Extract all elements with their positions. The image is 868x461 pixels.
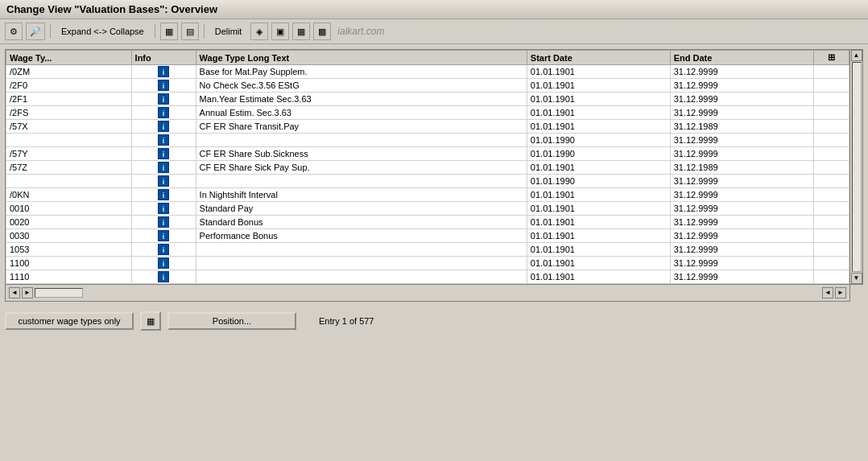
info-icon[interactable]: i xyxy=(158,121,169,132)
cell-long-text: Man.Year Estimate Sec.3.63 xyxy=(196,93,527,106)
table-row[interactable]: 0010iStandard Pay01.01.190131.12.9999 xyxy=(6,202,849,216)
cell-end-date: 31.12.9999 xyxy=(670,188,813,202)
col-info: Info xyxy=(131,51,196,65)
cell-wage-type: /57Y xyxy=(6,147,132,161)
entry-info: Entry 1 of 577 xyxy=(319,316,374,326)
table-row[interactable]: /57XiCF ER Share Transit.Pay01.01.190131… xyxy=(6,120,849,134)
table-row[interactable]: /57YiCF ER Share Sub.Sickness01.01.19903… xyxy=(6,147,849,161)
cell-long-text: In Nightshift Interval xyxy=(196,188,527,202)
info-icon[interactable]: i xyxy=(158,271,169,282)
info-icon[interactable]: i xyxy=(158,189,169,200)
table-row[interactable]: 0030iPerformance Bonus01.01.190131.12.99… xyxy=(6,229,849,243)
cell-grid xyxy=(813,229,849,243)
scroll-down-button[interactable]: ▼ xyxy=(851,273,862,284)
cell-grid xyxy=(813,257,849,270)
scroll-left-button[interactable]: ◄ xyxy=(9,287,20,298)
settings-button[interactable]: ⚙ xyxy=(5,23,23,40)
col-start-date: Start Date xyxy=(527,51,670,65)
info-icon[interactable]: i xyxy=(158,203,169,214)
col-grid[interactable]: ⊞ xyxy=(813,51,849,65)
table-icon-1: ▦ xyxy=(165,27,173,37)
cell-start-date: 01.01.1990 xyxy=(527,147,670,161)
main-content: Wage Ty... Info Wage Type Long Text Star… xyxy=(0,44,868,307)
info-icon[interactable]: i xyxy=(158,148,169,159)
scroll-track-horizontal[interactable] xyxy=(35,288,83,298)
info-icon[interactable]: i xyxy=(158,134,169,146)
cell-end-date: 31.12.9999 xyxy=(670,229,813,243)
scroll-track-vertical[interactable] xyxy=(852,62,862,272)
table-row[interactable]: 1053i01.01.190131.12.9999 xyxy=(6,243,849,257)
cell-grid xyxy=(813,270,849,284)
table-button-1[interactable]: ▦ xyxy=(160,23,178,40)
grid-settings-icon[interactable]: ⊞ xyxy=(828,52,835,62)
delimit-button[interactable]: Delimit xyxy=(209,23,248,40)
settings-icon: ⚙ xyxy=(10,27,18,37)
action-button-1[interactable]: ◈ xyxy=(250,23,268,40)
table-row[interactable]: 0020iStandard Bonus01.01.190131.12.9999 xyxy=(6,216,849,229)
cell-end-date: 31.12.9999 xyxy=(670,175,813,188)
table-row[interactable]: /2F0iNo Check Sec.3.56 EStG01.01.190131.… xyxy=(6,79,849,93)
h-scroll-left: ◄ ► xyxy=(6,286,86,299)
table-row[interactable]: 1110i01.01.190131.12.9999 xyxy=(6,270,849,284)
scroll-left-button-2[interactable]: ◄ xyxy=(822,287,833,298)
cell-info[interactable]: i xyxy=(131,147,196,161)
action-button-2[interactable]: ▣ xyxy=(271,23,289,40)
info-icon[interactable]: i xyxy=(158,230,169,241)
find-button[interactable]: 🔎 xyxy=(26,23,45,40)
cell-info[interactable]: i xyxy=(131,79,196,93)
action-button-3[interactable]: ▦ xyxy=(292,23,310,40)
info-icon[interactable]: i xyxy=(158,107,169,118)
cell-info[interactable]: i xyxy=(131,175,196,188)
data-table: Wage Ty... Info Wage Type Long Text Star… xyxy=(6,50,849,284)
info-icon[interactable]: i xyxy=(158,175,169,187)
cell-info[interactable]: i xyxy=(131,65,196,79)
cell-info[interactable]: i xyxy=(131,93,196,106)
cell-info[interactable]: i xyxy=(131,106,196,120)
table-header-row: Wage Ty... Info Wage Type Long Text Star… xyxy=(6,51,849,65)
table-row[interactable]: i01.01.199031.12.9999 xyxy=(6,134,849,147)
cell-info[interactable]: i xyxy=(131,257,196,270)
cell-info[interactable]: i xyxy=(131,202,196,216)
scroll-right-button-2[interactable]: ► xyxy=(835,287,846,298)
cell-info[interactable]: i xyxy=(131,120,196,134)
table-row[interactable]: /2FSiAnnual Estim. Sec.3.6301.01.190131.… xyxy=(6,106,849,120)
table-row[interactable]: 1100i01.01.190131.12.9999 xyxy=(6,257,849,270)
scroll-right-button-small[interactable]: ► xyxy=(22,287,33,298)
expand-collapse-button[interactable]: Expand <-> Collapse xyxy=(56,23,150,40)
cell-end-date: 31.12.9999 xyxy=(670,270,813,284)
position-button[interactable]: Position... xyxy=(167,312,296,330)
cell-info[interactable]: i xyxy=(131,243,196,257)
cell-info[interactable]: i xyxy=(131,216,196,229)
table-row[interactable]: /57ZiCF ER Share Sick Pay Sup.01.01.1901… xyxy=(6,161,849,175)
info-icon[interactable]: i xyxy=(158,216,169,228)
position-icon: ▦ xyxy=(147,316,155,327)
table-row[interactable]: /0ZMiBase for Mat.Pay Supplem.01.01.1901… xyxy=(6,65,849,79)
info-icon[interactable]: i xyxy=(158,244,169,255)
cell-start-date: 01.01.1901 xyxy=(527,106,670,120)
scroll-up-button[interactable]: ▲ xyxy=(851,50,862,61)
info-icon[interactable]: i xyxy=(158,93,169,105)
table-row[interactable]: i01.01.199031.12.9999 xyxy=(6,175,849,188)
vertical-scrollbar[interactable]: ▲ ▼ xyxy=(850,49,863,285)
info-icon[interactable]: i xyxy=(158,66,169,77)
separator-2 xyxy=(155,24,155,39)
cell-info[interactable]: i xyxy=(131,229,196,243)
table-button-2[interactable]: ▤ xyxy=(181,23,199,40)
cell-end-date: 31.12.9999 xyxy=(670,202,813,216)
info-icon[interactable]: i xyxy=(158,257,169,269)
cell-info[interactable]: i xyxy=(131,161,196,175)
cell-start-date: 01.01.1901 xyxy=(527,120,670,134)
cell-info[interactable]: i xyxy=(131,134,196,147)
table-row[interactable]: /0KNiIn Nightshift Interval01.01.190131.… xyxy=(6,188,849,202)
customer-wage-types-button[interactable]: customer wage types only xyxy=(5,312,134,330)
cell-grid xyxy=(813,106,849,120)
cell-info[interactable]: i xyxy=(131,270,196,284)
cell-start-date: 01.01.1901 xyxy=(527,202,670,216)
position-icon-button[interactable]: ▦ xyxy=(140,311,161,331)
cell-end-date: 31.12.9999 xyxy=(670,243,813,257)
table-row[interactable]: /2F1iMan.Year Estimate Sec.3.6301.01.190… xyxy=(6,93,849,106)
info-icon[interactable]: i xyxy=(158,80,169,91)
info-icon[interactable]: i xyxy=(158,162,169,173)
action-button-4[interactable]: ▩ xyxy=(313,23,331,40)
cell-info[interactable]: i xyxy=(131,188,196,202)
